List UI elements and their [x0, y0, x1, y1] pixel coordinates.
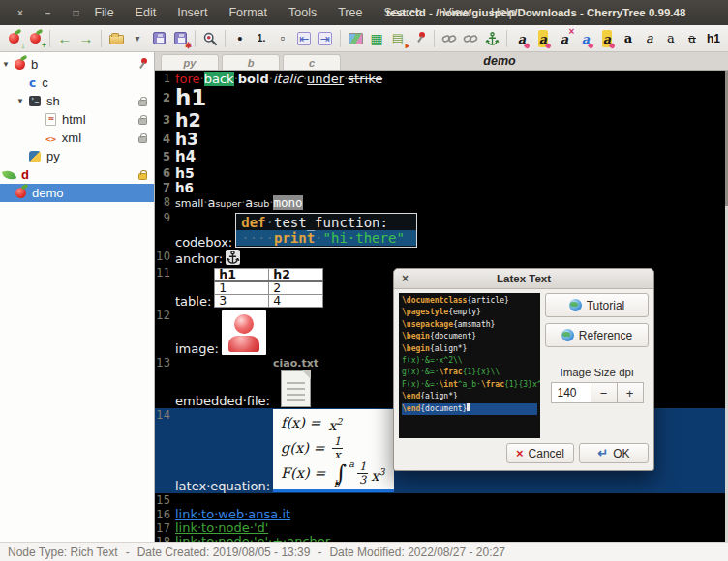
editor-line-17[interactable]: 17link·to·node·'d' — [155, 521, 728, 535]
close-icon[interactable]: × — [17, 8, 23, 18]
ok-arrow-icon: ↵ — [597, 446, 608, 460]
latex-dialog: × Latex Text \documentclass{article}\pag… — [393, 268, 654, 471]
editor-line-5[interactable]: 5h4 — [155, 149, 728, 165]
line-number: 13 — [155, 356, 175, 370]
editor-line-3[interactable]: 3h2 — [155, 110, 728, 131]
remove-link-icon[interactable] — [460, 28, 481, 49]
insert-link-icon[interactable] — [439, 28, 460, 49]
dpi-increase-button[interactable]: + — [618, 382, 644, 403]
h1-icon[interactable]: h1 — [703, 28, 724, 49]
editor-line-6[interactable]: 6h5 — [155, 165, 728, 181]
status-date-modified: Date Modified: 2022/08/27 - 20:27 — [329, 546, 504, 559]
tree-item-d[interactable]: d — [0, 165, 154, 184]
tree-item-label: html — [62, 112, 86, 127]
tree-item-py[interactable]: py — [0, 147, 154, 165]
color-foreground-icon[interactable] — [511, 28, 532, 49]
unindent-icon[interactable]: ⇤ — [293, 28, 315, 49]
dpi-input[interactable]: 140 — [551, 382, 592, 403]
embedded-file[interactable]: ciao.txt — [273, 357, 318, 407]
table-label: table: — [175, 294, 211, 309]
latex-source-editor[interactable]: \documentclass{article}\pagestyle{empty}… — [399, 293, 540, 438]
status-date-created: Date Created: 2019/08/05 - 13:39 — [137, 546, 311, 559]
embedded-image[interactable] — [222, 310, 266, 355]
status-separator: - — [318, 546, 321, 559]
ok-button[interactable]: ↵ OK — [579, 443, 649, 463]
indent-icon[interactable]: ⇥ — [315, 28, 336, 49]
tree-item-c[interactable]: c — [0, 74, 154, 92]
editor-line-15[interactable]: 15 — [155, 493, 728, 508]
bold-icon[interactable]: a — [618, 28, 639, 49]
table-cell: 4 — [269, 295, 323, 308]
editor-line-18[interactable]: 18link·to·node·'e'·+·anchor — [155, 535, 728, 542]
minimize-icon[interactable]: – — [46, 8, 51, 18]
tutorial-button[interactable]: Tutorial — [545, 293, 649, 317]
embedded-file-label: embedded·file: — [175, 394, 270, 408]
dpi-decrease-button[interactable]: − — [592, 382, 618, 403]
dialog-close-icon[interactable]: × — [402, 272, 409, 285]
tree-item-sh[interactable]: ▼sh — [0, 92, 154, 110]
h2-icon[interactable]: h2 — [724, 28, 728, 49]
text-token: super — [215, 196, 241, 211]
editor-line-9[interactable]: 9codebox:def·test_function:····print·"hi… — [155, 211, 728, 250]
insert-latex-icon[interactable] — [409, 28, 430, 49]
editor-line-10[interactable]: 10anchor: — [155, 250, 728, 266]
save-as-icon[interactable]: ✱ — [169, 28, 191, 49]
cancel-button[interactable]: × Cancel — [506, 443, 574, 463]
web-link[interactable]: link·to·web·ansa.it — [175, 508, 290, 521]
tree-panel[interactable]: ▼bc▼shhtmlxmlpyddemo — [0, 52, 155, 542]
open-file-icon[interactable] — [106, 28, 127, 49]
insert-subnode-icon[interactable]: + — [24, 28, 46, 49]
italic-icon[interactable]: a — [639, 28, 660, 49]
latex-source-line: \begin{align*} — [402, 343, 537, 355]
expander-icon[interactable]: ▼ — [16, 97, 24, 105]
node-link-e-anchor[interactable]: link·to·node·'e'·+·anchor — [175, 535, 330, 542]
cherry-icon — [15, 188, 26, 198]
tree-item-xml[interactable]: xml — [0, 129, 154, 147]
embedded-table[interactable]: h1h21234 — [214, 268, 323, 308]
strike-icon[interactable]: a — [682, 28, 703, 49]
menu-item-edit[interactable]: Edit — [136, 6, 157, 19]
editor-line-4[interactable]: 4h3 — [155, 131, 728, 149]
underline-icon[interactable]: a — [660, 28, 682, 49]
insert-anchor-icon[interactable] — [481, 28, 502, 49]
color-clear-icon[interactable] — [554, 28, 575, 49]
insert-table-icon[interactable]: ▦ — [366, 28, 387, 49]
tree-item-label: sh — [46, 94, 60, 108]
editor-line-8[interactable]: 8small·asuper·asub·mono — [155, 195, 728, 211]
todo-list-icon[interactable]: ▫ — [272, 28, 293, 49]
reference-button[interactable]: Reference — [545, 323, 649, 347]
editor-line-16[interactable]: 16link·to·web·ansa.it — [155, 508, 728, 521]
go-back-icon[interactable]: ← — [54, 28, 76, 49]
editor-line-2[interactable]: 2h1 — [155, 86, 728, 110]
open-recent-caret-icon[interactable]: ▾ — [127, 28, 148, 49]
menu-item-format[interactable]: Format — [228, 6, 267, 19]
codebox[interactable]: def·test_function:····print·"hi·there" — [235, 213, 417, 248]
editor-line-7[interactable]: 7h6 — [155, 181, 728, 195]
style-latest-icon[interactable] — [575, 28, 596, 49]
line-number: 2 — [155, 86, 175, 110]
node-link-d[interactable]: link·to·node·'d' — [175, 521, 268, 535]
tree-item-b[interactable]: ▼b — [0, 55, 154, 74]
bullet-list-icon[interactable]: • — [229, 28, 251, 49]
maximize-icon[interactable]: □ — [73, 8, 78, 18]
color-background-icon[interactable] — [532, 28, 554, 49]
insert-node-icon[interactable]: ↓ — [3, 28, 24, 49]
menu-item-tree[interactable]: Tree — [338, 6, 362, 19]
tree-item-demo[interactable]: demo — [0, 184, 154, 202]
menu-item-file[interactable]: File — [94, 6, 113, 19]
go-forward-icon[interactable]: → — [76, 28, 97, 49]
menu-item-tools[interactable]: Tools — [288, 6, 317, 19]
numbered-list-icon[interactable]: 1. — [251, 28, 272, 49]
save-icon[interactable] — [148, 28, 169, 49]
find-icon[interactable] — [199, 28, 221, 49]
tree-item-html[interactable]: html — [0, 110, 154, 129]
editor-line-1[interactable]: 1fore·back·bold·italic·under·strike — [155, 72, 728, 86]
latex-equation-image[interactable]: f(x) = x2g(x) = 1xF(x) = ∫ab13x3 — [273, 409, 394, 492]
lock-icon — [138, 95, 147, 109]
anchor-icon[interactable] — [226, 250, 240, 265]
menu-item-insert[interactable]: Insert — [177, 6, 207, 19]
expander-icon[interactable]: ▼ — [2, 60, 10, 69]
insert-image-icon[interactable] — [345, 28, 366, 49]
highlight-icon[interactable] — [596, 28, 618, 49]
insert-codebox-icon[interactable]: ▤▸ — [387, 28, 409, 49]
